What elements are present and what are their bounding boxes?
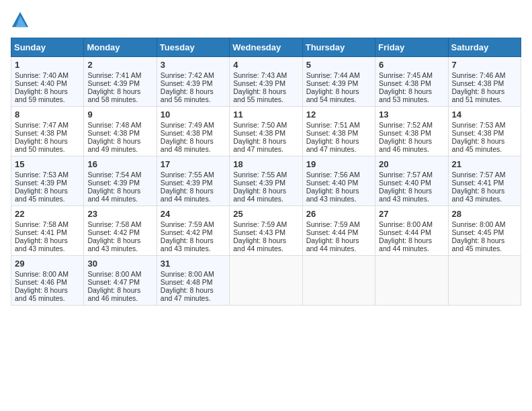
calendar-week-row: 1Sunrise: 7:40 AMSunset: 4:40 PMDaylight… <box>11 57 521 107</box>
day-info-line: Daylight: 8 hours <box>452 87 517 95</box>
calendar-table: SundayMondayTuesdayWednesdayThursdayFrid… <box>11 38 521 306</box>
calendar-cell: 20Sunrise: 7:57 AMSunset: 4:40 PMDayligh… <box>375 156 448 206</box>
day-info-line: Sunrise: 7:56 AM <box>306 171 371 179</box>
day-info-line: Daylight: 8 hours <box>452 187 517 195</box>
day-info-line: and 45 minutes. <box>452 145 517 153</box>
day-info-line: and 59 minutes. <box>15 95 80 103</box>
day-info-line: Sunset: 4:38 PM <box>452 129 517 137</box>
calendar-cell: 3Sunrise: 7:42 AMSunset: 4:39 PMDaylight… <box>157 57 229 107</box>
calendar-cell: 25Sunrise: 7:59 AMSunset: 4:43 PMDayligh… <box>230 206 302 256</box>
day-number: 8 <box>15 109 80 120</box>
day-number: 4 <box>233 60 298 70</box>
day-info-line: Daylight: 8 hours <box>306 137 371 145</box>
calendar-cell: 14Sunrise: 7:53 AMSunset: 4:38 PMDayligh… <box>448 107 521 156</box>
day-info-line: Sunset: 4:46 PM <box>15 278 80 286</box>
calendar-cell: 6Sunrise: 7:45 AMSunset: 4:38 PMDaylight… <box>375 57 448 107</box>
day-info-line: Sunset: 4:47 PM <box>87 278 152 286</box>
day-number: 27 <box>379 209 444 219</box>
day-info-line: Sunset: 4:38 PM <box>452 79 517 87</box>
day-info-line: Sunrise: 7:53 AM <box>452 121 517 129</box>
calendar-cell: 7Sunrise: 7:46 AMSunset: 4:38 PMDaylight… <box>448 57 521 107</box>
day-info-line: Sunset: 4:39 PM <box>87 179 152 187</box>
day-info-line: and 43 minutes. <box>15 244 80 253</box>
day-number: 9 <box>87 109 152 120</box>
day-info-line: Sunset: 4:38 PM <box>379 79 444 87</box>
weekday-header-tuesday: Tuesday <box>157 38 229 57</box>
day-info-line: and 54 minutes. <box>306 95 371 103</box>
day-info-line: and 44 minutes. <box>233 244 298 253</box>
day-info-line: Sunset: 4:40 PM <box>306 179 371 187</box>
day-info-line: Sunrise: 7:47 AM <box>15 121 80 129</box>
day-info-line: and 43 minutes. <box>379 195 444 203</box>
calendar-cell: 18Sunrise: 7:55 AMSunset: 4:39 PMDayligh… <box>230 156 302 206</box>
day-info-line: Daylight: 8 hours <box>233 137 298 145</box>
calendar-cell <box>302 256 375 306</box>
day-number: 13 <box>379 109 444 120</box>
day-info-line: Sunrise: 7:57 AM <box>452 171 517 179</box>
day-info-line: and 47 minutes. <box>306 145 371 153</box>
day-number: 10 <box>161 109 226 120</box>
day-number: 23 <box>87 209 152 219</box>
day-info-line: Sunset: 4:40 PM <box>379 179 444 187</box>
day-info-line: Daylight: 8 hours <box>87 87 152 95</box>
day-info-line: Sunrise: 7:41 AM <box>87 71 152 79</box>
day-info-line: and 56 minutes. <box>161 95 226 103</box>
day-info-line: Sunrise: 7:43 AM <box>233 71 298 79</box>
day-info-line: Daylight: 8 hours <box>379 187 444 195</box>
day-info-line: Sunrise: 7:58 AM <box>15 220 80 228</box>
day-info-line: Sunrise: 7:55 AM <box>233 171 298 179</box>
day-info-line: Sunrise: 7:55 AM <box>161 171 226 179</box>
calendar-cell: 8Sunrise: 7:47 AMSunset: 4:38 PMDaylight… <box>11 107 84 156</box>
day-info-line: Daylight: 8 hours <box>15 236 80 244</box>
day-number: 19 <box>306 159 371 169</box>
calendar-cell: 16Sunrise: 7:54 AMSunset: 4:39 PMDayligh… <box>84 156 157 206</box>
calendar-cell: 10Sunrise: 7:49 AMSunset: 4:38 PMDayligh… <box>157 107 229 156</box>
day-number: 29 <box>15 259 80 269</box>
day-number: 24 <box>161 209 226 219</box>
day-info-line: Sunrise: 8:00 AM <box>452 220 517 228</box>
day-info-line: Sunrise: 8:00 AM <box>15 270 80 278</box>
day-info-line: Daylight: 8 hours <box>15 87 80 95</box>
day-info-line: Daylight: 8 hours <box>15 137 80 145</box>
day-info-line: Daylight: 8 hours <box>87 236 152 244</box>
day-info-line: Daylight: 8 hours <box>15 286 80 294</box>
day-info-line: Daylight: 8 hours <box>233 187 298 195</box>
day-info-line: and 44 minutes. <box>87 195 152 203</box>
calendar-cell: 9Sunrise: 7:48 AMSunset: 4:38 PMDaylight… <box>84 107 157 156</box>
day-info-line: and 43 minutes. <box>306 195 371 203</box>
day-number: 25 <box>233 209 298 219</box>
day-info-line: and 44 minutes. <box>233 195 298 203</box>
day-info-line: Sunrise: 7:57 AM <box>379 171 444 179</box>
calendar-cell: 17Sunrise: 7:55 AMSunset: 4:39 PMDayligh… <box>157 156 229 206</box>
calendar-cell: 29Sunrise: 8:00 AMSunset: 4:46 PMDayligh… <box>11 256 84 306</box>
day-info-line: Sunrise: 7:50 AM <box>233 121 298 129</box>
day-info-line: and 45 minutes. <box>452 244 517 253</box>
day-number: 30 <box>87 259 152 269</box>
day-info-line: Sunset: 4:39 PM <box>233 79 298 87</box>
day-info-line: Daylight: 8 hours <box>452 137 517 145</box>
day-number: 28 <box>452 209 517 219</box>
day-info-line: Daylight: 8 hours <box>15 187 80 195</box>
weekday-header-saturday: Saturday <box>448 38 521 57</box>
day-info-line: Sunset: 4:38 PM <box>233 129 298 137</box>
day-number: 31 <box>161 259 226 269</box>
calendar-week-row: 22Sunrise: 7:58 AMSunset: 4:41 PMDayligh… <box>11 206 521 256</box>
day-number: 26 <box>306 209 371 219</box>
day-info-line: Daylight: 8 hours <box>306 187 371 195</box>
day-info-line: Daylight: 8 hours <box>379 236 444 244</box>
calendar-cell: 31Sunrise: 8:00 AMSunset: 4:48 PMDayligh… <box>157 256 229 306</box>
calendar-week-row: 8Sunrise: 7:47 AMSunset: 4:38 PMDaylight… <box>11 107 521 156</box>
day-info-line: and 45 minutes. <box>15 294 80 302</box>
day-info-line: Sunrise: 8:00 AM <box>87 270 152 278</box>
day-number: 17 <box>161 159 226 169</box>
weekday-header-sunday: Sunday <box>11 38 84 57</box>
day-info-line: Sunset: 4:41 PM <box>452 179 517 187</box>
day-info-line: Daylight: 8 hours <box>161 187 226 195</box>
calendar-week-row: 15Sunrise: 7:53 AMSunset: 4:39 PMDayligh… <box>11 156 521 206</box>
calendar-cell: 26Sunrise: 7:59 AMSunset: 4:44 PMDayligh… <box>302 206 375 256</box>
day-info-line: Daylight: 8 hours <box>379 137 444 145</box>
day-info-line: Daylight: 8 hours <box>87 187 152 195</box>
day-info-line: and 51 minutes. <box>452 95 517 103</box>
day-info-line: Sunset: 4:39 PM <box>161 179 226 187</box>
day-info-line: Daylight: 8 hours <box>87 137 152 145</box>
